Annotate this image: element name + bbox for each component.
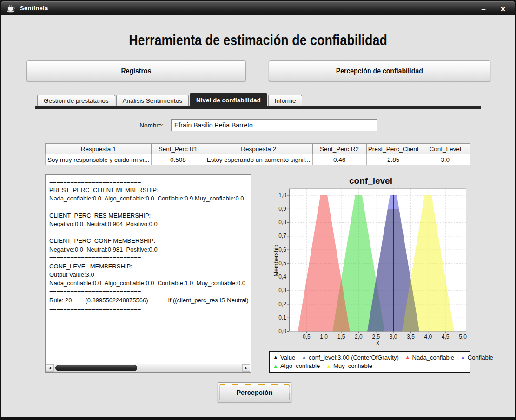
java-cup-icon: [7, 5, 16, 14]
column-header[interactable]: Sent_Perc R2: [312, 144, 366, 154]
column-header[interactable]: Sent_Perc R1: [152, 144, 205, 154]
registros-button-label: Registros: [121, 67, 152, 75]
column-header[interactable]: Prest_Perc_Client: [366, 144, 420, 154]
y-tick-label: 0,7: [270, 233, 286, 239]
table-cell: 3.0: [420, 154, 470, 165]
legend-item: ▲Confiable: [460, 354, 493, 361]
legend-label: Confiable: [468, 354, 493, 361]
minimize-button[interactable]: –: [475, 3, 492, 15]
legend-item: ▲Algo_confiable: [273, 362, 320, 369]
legend-marker-icon: ▲: [273, 354, 278, 360]
x-tick-label: 4,5: [437, 333, 454, 340]
tab-gestion-prestatarios[interactable]: Gestión de prestatarios: [37, 95, 115, 106]
x-tick-label: 0,5: [298, 333, 315, 340]
table-cell: 2.85: [366, 154, 420, 165]
legend-marker-icon: ▲: [273, 363, 278, 369]
scroll-left-arrow-icon[interactable]: ◄: [46, 364, 54, 372]
page-title: Herramienta de estimación de confiabilid…: [41, 32, 475, 49]
legend-marker-icon: ▲: [460, 354, 466, 360]
y-tick-label: 0,1: [270, 314, 286, 321]
table-cell: 0.46: [312, 154, 366, 165]
legend-label: Muy_confiable: [333, 362, 372, 369]
membership-report-textarea[interactable]: ========================== PREST_PERC_CL…: [45, 174, 251, 373]
tab-informe[interactable]: Informe: [268, 95, 303, 106]
legend-label: Algo_confiable: [280, 362, 320, 369]
app-window: Sentinela – ✕ Herramienta de estimación …: [0, 0, 516, 420]
legend-item: ▲Muy_confiable: [326, 362, 372, 369]
registros-button[interactable]: Registros: [26, 60, 246, 81]
chart-legend: ▲Value▲conf_level:3,00 (CenterOfGravity)…: [269, 351, 470, 373]
nombre-label: Nombre:: [121, 122, 164, 129]
percepcion-confiabilidad-button-label: Percepción de confiabilidad: [336, 67, 423, 75]
legend-item: ▲conf_level:3,00 (CenterOfGravity): [301, 354, 399, 361]
x-tick-label: 1,0: [316, 333, 332, 340]
chart: conf_level Membership x 0,00,10,20,30,40…: [270, 174, 472, 347]
results-table-header-row: Respuesta 1Sent_Perc R1Respuesta 2Sent_P…: [46, 144, 470, 154]
percepcion-button-label: Percepción: [219, 384, 290, 400]
results-table: Respuesta 1Sent_Perc R1Respuesta 2Sent_P…: [45, 143, 470, 165]
legend-item: ▲Nada_confiable: [405, 354, 454, 361]
results-table-body: Soy muy responsable y cuido mi vi...0.50…: [46, 154, 470, 165]
legend-marker-icon: ▲: [326, 363, 331, 369]
x-axis-label: x: [289, 340, 466, 346]
membership-report-text: ========================== PREST_PERC_CL…: [46, 175, 251, 316]
scrollbar-thumb[interactable]: [55, 365, 137, 371]
y-tick-label: 0,6: [270, 247, 286, 253]
x-tick-label: 3,0: [385, 333, 402, 340]
table-cell: Estoy esperando un aumento signif...: [205, 154, 312, 165]
legend-item: ▲Value: [273, 354, 295, 361]
y-tick-label: 0,0: [270, 328, 286, 334]
legend-label: Nada_confiable: [412, 354, 454, 361]
legend-label: conf_level:3,00 (CenterOfGravity): [309, 354, 399, 361]
x-tick-label: 2,0: [350, 333, 367, 340]
legend-marker-icon: ▲: [301, 354, 307, 360]
table-row[interactable]: Soy muy responsable y cuido mi vi...0.50…: [46, 154, 470, 165]
tab-bar: Gestión de prestatarios Análisis Sentimi…: [37, 93, 303, 106]
table-cell: 0.508: [152, 154, 205, 165]
horizontal-scrollbar[interactable]: ◄ ►: [46, 364, 250, 372]
tab-analisis-sentimientos[interactable]: Análisis Sentimientos: [116, 95, 189, 106]
y-tick-label: 1,0: [270, 192, 286, 199]
close-button[interactable]: ✕: [494, 3, 512, 15]
scrollbar-grip-icon: [93, 367, 99, 370]
legend-label: Value: [280, 354, 295, 361]
y-tick-label: 0,2: [270, 301, 286, 307]
y-tick-label: 0,4: [270, 273, 286, 280]
y-tick-label: 0,5: [270, 260, 286, 267]
column-header[interactable]: Respuesta 2: [205, 144, 312, 154]
x-tick-label: 1,5: [333, 333, 350, 340]
legend-marker-icon: ▲: [405, 354, 410, 360]
x-tick-label: 4,0: [420, 333, 437, 340]
scroll-right-arrow-icon[interactable]: ►: [242, 364, 250, 372]
percepcion-button[interactable]: Percepción: [218, 382, 291, 402]
column-header[interactable]: Conf_Level: [420, 144, 470, 154]
y-tick-label: 0,9: [270, 206, 286, 212]
table-cell: Soy muy responsable y cuido mi vi...: [46, 154, 152, 165]
percepcion-confiabilidad-button[interactable]: Percepción de confiabilidad: [269, 60, 490, 81]
title-bar: Sentinela – ✕: [1, 1, 515, 15]
x-tick-label: 2,5: [368, 333, 384, 340]
membership-plot: [289, 188, 466, 332]
chart-title: conf_level: [270, 176, 472, 186]
tab-underline: [35, 106, 481, 109]
column-header[interactable]: Respuesta 1: [46, 144, 152, 154]
x-tick-label: 3,5: [402, 333, 419, 340]
x-tick-label: 5,0: [455, 333, 471, 340]
window-title: Sentinela: [20, 5, 48, 12]
y-tick-label: 0,3: [270, 287, 286, 293]
tab-nivel-confiabilidad[interactable]: Nivel de confiabilidad: [190, 93, 267, 106]
y-tick-label: 0,8: [270, 219, 286, 226]
nombre-input[interactable]: [171, 119, 377, 131]
